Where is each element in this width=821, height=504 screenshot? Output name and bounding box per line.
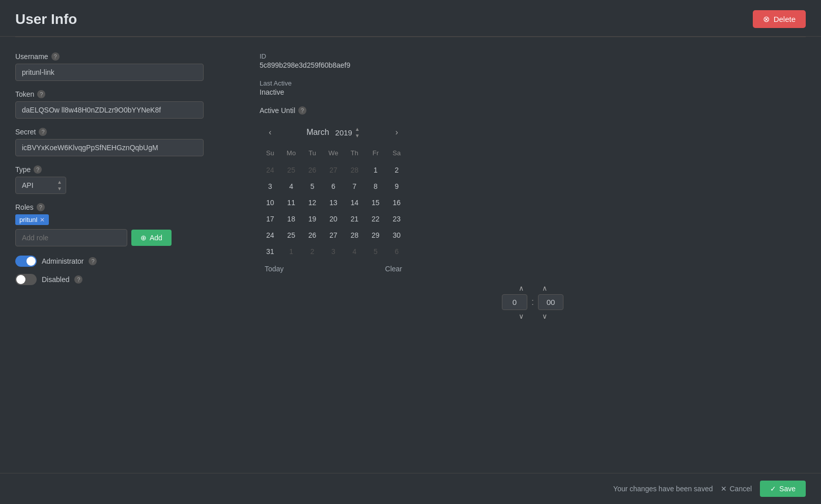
calendar-day[interactable]: 27 (323, 227, 344, 243)
calendar-year: 2019 (335, 128, 352, 137)
save-check-icon: ✓ (770, 485, 776, 493)
calendar-day[interactable]: 25 (280, 227, 301, 243)
calendar-day[interactable]: 5 (365, 243, 386, 260)
active-until-help-icon[interactable]: ? (298, 106, 306, 115)
day-header-tu: Tu (302, 146, 323, 160)
calendar-day[interactable]: 14 (344, 194, 365, 211)
calendar-day[interactable]: 12 (302, 194, 323, 211)
next-month-button[interactable]: › (391, 126, 402, 139)
calendar-week: 242526272812 (260, 162, 407, 178)
calendar-day[interactable]: 23 (386, 211, 407, 227)
day-header-we: We (323, 146, 344, 160)
year-down-button[interactable]: ▼ (354, 133, 360, 139)
calendar-day[interactable]: 9 (386, 178, 407, 194)
minute-up-button[interactable]: ∧ (542, 284, 547, 292)
add-role-input[interactable] (15, 229, 127, 246)
calendar-footer: Today Clear (260, 260, 407, 276)
username-input[interactable] (15, 64, 204, 81)
role-tag-name: pritunl (19, 216, 37, 223)
calendar-day[interactable]: 17 (260, 211, 280, 227)
cancel-button[interactable]: ✕ Cancel (721, 485, 752, 493)
delete-button[interactable]: ⊗ Delete (753, 10, 806, 28)
calendar-day[interactable]: 2 (302, 243, 323, 260)
calendar-day[interactable]: 7 (344, 178, 365, 194)
year-up-button[interactable]: ▲ (354, 126, 360, 132)
calendar-day[interactable]: 26 (302, 227, 323, 243)
administrator-toggle[interactable] (15, 256, 37, 267)
disabled-toggle-row: Disabled ? (15, 274, 229, 285)
administrator-help-icon[interactable]: ? (89, 257, 97, 265)
calendar-day[interactable]: 29 (365, 227, 386, 243)
prev-month-button[interactable]: ‹ (265, 126, 275, 139)
calendar-day[interactable]: 13 (323, 194, 344, 211)
calendar-day[interactable]: 25 (280, 162, 301, 178)
today-button[interactable]: Today (265, 265, 284, 273)
calendar-day[interactable]: 4 (280, 178, 301, 194)
hour-input[interactable] (502, 294, 527, 310)
id-value: 5c899b298e3d259f60b8aef9 (260, 61, 806, 69)
disabled-toggle[interactable] (15, 274, 37, 285)
role-tag: pritunl ✕ (15, 214, 49, 225)
username-field-group: Username ? (15, 52, 229, 81)
page-header: User Info ⊗ Delete (0, 0, 821, 37)
roles-container: pritunl ✕ (15, 214, 229, 225)
add-role-button[interactable]: ⊕ Add (131, 230, 172, 246)
secret-input[interactable] (15, 139, 204, 156)
calendar-day[interactable]: 3 (323, 243, 344, 260)
token-help-icon[interactable]: ? (37, 90, 45, 98)
calendar-day[interactable]: 16 (386, 194, 407, 211)
calendar-day[interactable]: 2 (386, 162, 407, 178)
calendar-day[interactable]: 3 (260, 178, 280, 194)
calendar-day[interactable]: 24 (260, 162, 280, 178)
calendar-day[interactable]: 22 (365, 211, 386, 227)
last-active-value: Inactive (260, 88, 806, 96)
clear-button[interactable]: Clear (385, 265, 402, 273)
calendar-week: 10111213141516 (260, 194, 407, 211)
calendar-day[interactable]: 15 (365, 194, 386, 211)
day-header-sa: Sa (386, 146, 407, 160)
page-title: User Info (15, 11, 77, 27)
calendar-day[interactable]: 6 (386, 243, 407, 260)
calendar-day[interactable]: 27 (323, 162, 344, 178)
calendar-day[interactable]: 26 (302, 162, 323, 178)
add-role-row: ⊕ Add (15, 229, 229, 246)
calendar-day[interactable]: 24 (260, 227, 280, 243)
calendar-day[interactable]: 31 (260, 243, 280, 260)
calendar-day[interactable]: 5 (302, 178, 323, 194)
minute-down-button[interactable]: ∨ (542, 312, 547, 320)
left-column: Username ? Token ? Secret ? Type (15, 52, 229, 320)
time-separator: : (531, 297, 534, 307)
calendar-day[interactable]: 19 (302, 211, 323, 227)
calendar-day[interactable]: 11 (280, 194, 301, 211)
token-label: Token ? (15, 90, 229, 98)
calendar-day[interactable]: 10 (260, 194, 280, 211)
calendar-day[interactable]: 4 (344, 243, 365, 260)
disabled-help-icon[interactable]: ? (74, 275, 82, 284)
minute-input[interactable] (538, 294, 563, 310)
save-button[interactable]: ✓ Save (760, 481, 806, 497)
calendar-header: Su Mo Tu We Th Fr Sa (260, 146, 407, 160)
secret-help-icon[interactable]: ? (39, 128, 47, 136)
calendar-day[interactable]: 21 (344, 211, 365, 227)
calendar-day[interactable]: 28 (344, 227, 365, 243)
calendar-day[interactable]: 6 (323, 178, 344, 194)
role-tag-remove[interactable]: ✕ (40, 216, 45, 223)
calendar-year-arrows: ▲ ▼ (354, 126, 360, 139)
username-help-icon[interactable]: ? (51, 52, 60, 61)
hour-down-button[interactable]: ∨ (519, 312, 524, 320)
calendar-day[interactable]: 1 (365, 162, 386, 178)
hour-up-button[interactable]: ∧ (519, 284, 524, 292)
type-help-icon[interactable]: ? (34, 165, 42, 174)
calendar-day[interactable]: 28 (344, 162, 365, 178)
type-select[interactable]: API User Admin (15, 177, 66, 194)
calendar-day[interactable]: 20 (323, 211, 344, 227)
token-input[interactable] (15, 101, 204, 119)
calendar-day[interactable]: 18 (280, 211, 301, 227)
calendar-day[interactable]: 8 (365, 178, 386, 194)
calendar-day[interactable]: 1 (280, 243, 301, 260)
type-field-group: Type ? API User Admin ▲▼ (15, 165, 229, 194)
bottom-bar: Your changes have been saved ✕ Cancel ✓ … (0, 473, 821, 504)
calendar-day[interactable]: 30 (386, 227, 407, 243)
id-label: ID (260, 52, 806, 60)
roles-help-icon[interactable]: ? (37, 203, 45, 211)
